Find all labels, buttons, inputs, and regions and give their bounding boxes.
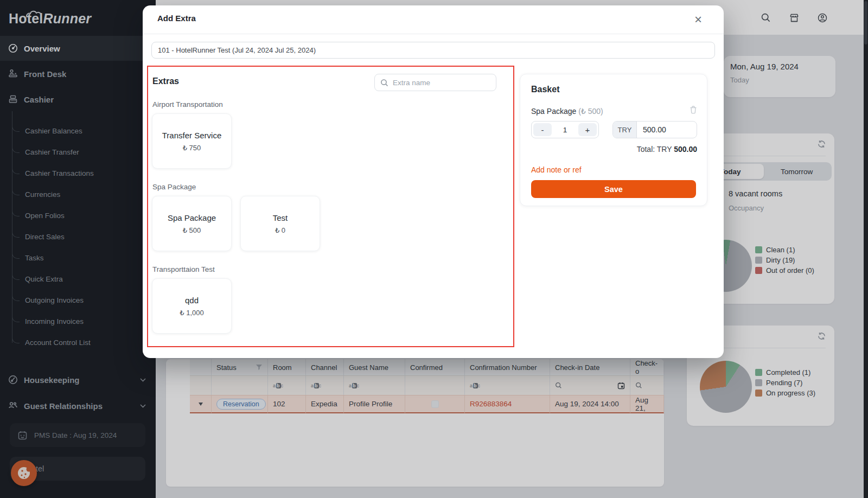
close-icon[interactable]: × [694, 10, 702, 29]
extras-heading: Extras [152, 76, 179, 86]
extra-title: Test [273, 213, 288, 222]
extra-price: ₺ 750 [183, 144, 201, 152]
basket-item: Spa Package (₺ 500) [531, 107, 603, 116]
extra-search-box [374, 74, 496, 91]
extra-title: qdd [185, 296, 199, 305]
add-extra-modal: Add Extra × 101 - HotelRunner Test (Jul … [143, 5, 724, 358]
extra-card-qdd[interactable]: qdd ₺ 1,000 [152, 278, 232, 334]
amount-input[interactable]: 500.00 [637, 122, 697, 138]
quantity-stepper: - 1 + [531, 121, 599, 138]
basket-item-name: Spa Package [531, 107, 576, 116]
extra-card-spa-package[interactable]: Spa Package ₺ 500 [152, 196, 232, 251]
quantity-value[interactable]: 1 [553, 122, 577, 138]
extra-search-input[interactable] [393, 79, 485, 87]
save-button[interactable]: Save [531, 180, 696, 198]
basket-item-price: (₺ 500) [578, 107, 603, 116]
price-input-group: TRY 500.00 [612, 121, 697, 138]
quantity-decrease-button[interactable]: - [533, 123, 552, 136]
add-note-link[interactable]: Add note or ref [531, 165, 582, 174]
extra-group-label: Transporttaion Test [152, 265, 215, 273]
quantity-increase-button[interactable]: + [578, 123, 597, 136]
basket-heading: Basket [531, 85, 559, 94]
app-root: HotelRunner Overview Front Desk Cashier … [0, 0, 868, 498]
extra-price: ₺ 0 [275, 226, 285, 234]
basket-total: Total: TRY 500.00 [637, 145, 697, 154]
reservation-select[interactable]: 101 - HotelRunner Test (Jul 24, 2024 Jul… [151, 42, 715, 59]
basket-panel: Basket Spa Package (₺ 500) - 1 + TRY 500… [520, 74, 707, 206]
extra-card-transfer-service[interactable]: Transfer Service ₺ 750 [152, 113, 232, 169]
extra-price: ₺ 500 [183, 226, 201, 234]
modal-title: Add Extra [157, 14, 196, 23]
extra-price: ₺ 1,000 [180, 309, 203, 317]
total-value: 500.00 [674, 145, 697, 154]
total-label: Total: TRY [637, 145, 672, 154]
extra-card-test[interactable]: Test ₺ 0 [240, 196, 320, 251]
extra-group-label: Airport Transportation [152, 100, 223, 108]
divider [143, 34, 724, 34]
currency-label: TRY [613, 122, 637, 138]
extra-title: Spa Package [168, 213, 216, 222]
extra-title: Transfer Service [162, 131, 221, 140]
search-icon [380, 79, 388, 87]
reservation-select-value: 101 - HotelRunner Test (Jul 24, 2024 Jul… [158, 46, 316, 54]
trash-icon[interactable] [690, 106, 697, 116]
extra-group-label: Spa Package [152, 183, 196, 191]
